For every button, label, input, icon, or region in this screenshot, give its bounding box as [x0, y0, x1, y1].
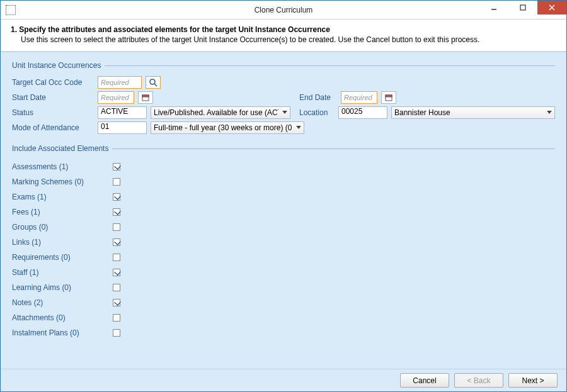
instruction-body: Use this screen to select the attributes…	[21, 35, 556, 45]
status-input[interactable]: ACTIVE	[98, 106, 147, 119]
footer: Cancel < Back Next >	[1, 369, 566, 391]
element-label: Attachments (0)	[12, 313, 113, 322]
next-button[interactable]: Next >	[508, 373, 558, 388]
svg-marker-13	[547, 111, 552, 114]
row-mode: Mode of Attendance 01 Full-time - full y…	[12, 121, 555, 134]
window-buttons	[479, 1, 566, 14]
section-include: Include Associated Elements	[12, 144, 555, 153]
svg-rect-11	[386, 95, 392, 97]
element-row: Learning Aims (0)	[12, 280, 555, 295]
row-status-location: Status ACTIVE Live/Published. Available …	[12, 106, 555, 119]
cancel-button[interactable]: Cancel	[400, 373, 449, 388]
end-date-input[interactable]: Required	[341, 91, 377, 104]
back-button: < Back	[454, 373, 503, 388]
element-checkbox[interactable]	[113, 208, 120, 216]
element-label: Learning Aims (0)	[12, 283, 113, 292]
element-label: Links (1)	[12, 238, 113, 247]
element-checkbox[interactable]	[113, 163, 120, 171]
start-date-input[interactable]: Required	[98, 91, 134, 104]
element-label: Notes (2)	[12, 298, 113, 307]
maximize-icon	[520, 4, 526, 11]
location-combo[interactable]: Bannister House	[391, 106, 555, 119]
minimize-icon	[491, 4, 497, 11]
element-checkbox[interactable]	[113, 299, 120, 306]
element-checkbox[interactable]	[113, 193, 120, 201]
target-cal-occ-code-input[interactable]: Required	[98, 76, 142, 89]
chevron-down-icon	[282, 110, 287, 115]
element-label: Exams (1)	[12, 193, 113, 201]
label-target-cal-occ-code: Target Cal Occ Code	[12, 78, 94, 87]
search-icon	[149, 78, 158, 87]
element-row: Fees (1)	[12, 204, 555, 220]
close-icon	[549, 4, 555, 11]
system-icon	[6, 5, 16, 15]
section-uio-label: Unit Instance Occurrences	[12, 61, 101, 70]
status-combo-text: Live/Published. Available for use (ACTIV…	[154, 108, 278, 117]
maximize-button[interactable]	[508, 1, 537, 14]
element-checkbox[interactable]	[113, 238, 120, 246]
element-row: Exams (1)	[12, 189, 555, 204]
status-combo[interactable]: Live/Published. Available for use (ACTIV…	[151, 106, 290, 119]
label-status: Status	[12, 108, 94, 117]
end-date-picker[interactable]	[381, 91, 396, 104]
element-label: Groups (0)	[12, 223, 113, 232]
element-label: Instalment Plans (0)	[12, 328, 113, 337]
element-row: Groups (0)	[12, 220, 555, 235]
element-label: Marking Schemes (0)	[12, 177, 113, 186]
minimize-button[interactable]	[479, 1, 508, 14]
element-label: Fees (1)	[12, 208, 113, 216]
element-checkbox[interactable]	[113, 269, 120, 276]
element-checkbox[interactable]	[113, 284, 120, 291]
svg-point-4	[150, 79, 155, 84]
element-row: Requirements (0)	[12, 250, 555, 265]
elements-list: Assessments (1)Marking Schemes (0)Exams …	[12, 159, 555, 340]
section-include-label: Include Associated Elements	[12, 144, 108, 153]
calendar-icon	[142, 94, 149, 101]
element-checkbox[interactable]	[113, 178, 120, 186]
element-checkbox[interactable]	[113, 254, 120, 261]
label-start-date: Start Date	[12, 93, 94, 102]
element-row: Instalment Plans (0)	[12, 325, 555, 340]
mode-combo[interactable]: Full-time - full year (30 weeks or more)…	[151, 121, 304, 134]
element-checkbox[interactable]	[113, 329, 120, 337]
chevron-down-icon	[296, 125, 301, 130]
mode-combo-text: Full-time - full year (30 weeks or more)…	[154, 123, 292, 132]
svg-marker-14	[296, 126, 301, 129]
row-target-cal-occ-code: Target Cal Occ Code Required	[12, 76, 555, 89]
svg-line-5	[154, 84, 157, 86]
svg-rect-7	[142, 95, 149, 97]
titlebar: Clone Curriculum	[1, 1, 566, 20]
element-row: Links (1)	[12, 235, 555, 250]
element-row: Assessments (1)	[12, 159, 555, 174]
calendar-icon	[385, 94, 392, 101]
label-mode: Mode of Attendance	[12, 123, 94, 132]
target-cal-occ-code-lookup[interactable]	[146, 76, 161, 89]
divider	[105, 65, 555, 66]
row-dates: Start Date Required End Date Required	[12, 91, 555, 104]
start-date-picker[interactable]	[138, 91, 153, 104]
chevron-down-icon	[547, 110, 552, 115]
location-input[interactable]: 00025	[338, 106, 387, 119]
svg-marker-12	[282, 111, 287, 114]
location-combo-text: Bannister House	[394, 108, 450, 117]
element-label: Staff (1)	[12, 268, 113, 277]
element-row: Attachments (0)	[12, 310, 555, 325]
divider	[112, 148, 555, 149]
element-checkbox[interactable]	[113, 314, 120, 322]
svg-rect-1	[520, 5, 525, 10]
section-uio: Unit Instance Occurrences	[12, 61, 555, 70]
mode-input[interactable]: 01	[98, 121, 147, 134]
element-checkbox[interactable]	[113, 223, 120, 231]
close-button[interactable]	[537, 1, 566, 14]
element-label: Requirements (0)	[12, 253, 113, 262]
form-area: Unit Instance Occurrences Target Cal Occ…	[1, 52, 566, 369]
instruction-title: 1. Specify the attributes and associated…	[11, 25, 556, 35]
element-row: Marking Schemes (0)	[12, 174, 555, 189]
instruction-panel: 1. Specify the attributes and associated…	[1, 20, 566, 52]
label-location: Location	[299, 108, 335, 117]
label-end-date: End Date	[299, 93, 337, 102]
element-row: Staff (1)	[12, 265, 555, 280]
dialog-window: Clone Curriculum 1. Specify the attribut…	[0, 0, 567, 392]
element-row: Notes (2)	[12, 295, 555, 310]
element-label: Assessments (1)	[12, 162, 113, 171]
